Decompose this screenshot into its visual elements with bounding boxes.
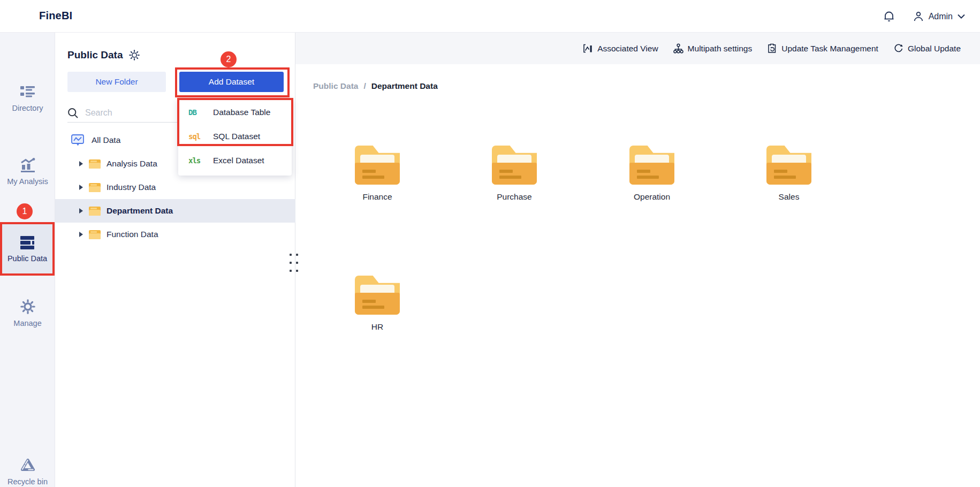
- tree-item-label: Analysis Data: [107, 159, 157, 169]
- panel-resize-handle[interactable]: [290, 254, 300, 275]
- folder-icon: [629, 146, 674, 185]
- caret-right-icon[interactable]: [79, 208, 83, 214]
- caret-right-icon[interactable]: [79, 161, 83, 166]
- sidebar-item-label: My Analysis: [7, 177, 48, 186]
- tree-item-department-data[interactable]: Department Data: [55, 199, 295, 223]
- sql-dataset-icon: sql: [188, 132, 206, 141]
- breadcrumb: Public Data / Department Data: [313, 81, 438, 91]
- analysis-chart-icon: [20, 157, 35, 173]
- sidebar-item-recycle-bin[interactable]: Recycle bin: [0, 457, 55, 486]
- toolbar-label: Global Update: [908, 44, 961, 54]
- folder-icon: [492, 146, 537, 185]
- search-input[interactable]: [85, 108, 192, 118]
- person-icon: [913, 11, 924, 22]
- dataset-toolbar: Associated View Multipath settings Updat…: [295, 33, 980, 64]
- toolbar-label: Multipath settings: [688, 44, 753, 54]
- menu-item-label: Excel Dataset: [213, 156, 264, 165]
- panel-title-row: Public Data: [67, 49, 140, 61]
- add-dataset-button[interactable]: Add Dataset: [179, 72, 284, 92]
- main-sidebar: Directory My Analysis: [0, 33, 55, 487]
- annotation-step-1-badge: 1: [17, 203, 33, 219]
- database-table-icon: DB: [188, 108, 206, 117]
- folder-name: HR: [335, 322, 420, 332]
- folder-name: Finance: [335, 192, 420, 202]
- associated-view-icon: [583, 43, 593, 54]
- search-icon: [67, 108, 79, 119]
- tree-item-industry-data[interactable]: Industry Data: [55, 176, 295, 199]
- caret-right-icon[interactable]: [79, 185, 83, 190]
- folder-name: Sales: [746, 192, 832, 202]
- menu-item-database-table[interactable]: DB Database Table: [178, 100, 292, 124]
- folder-icon: [89, 183, 101, 192]
- menu-item-sql-dataset[interactable]: sql SQL Dataset: [178, 124, 292, 148]
- manage-gear-icon: [20, 299, 35, 315]
- excel-dataset-icon: xls: [188, 156, 206, 165]
- recycle-bin-icon: [20, 457, 36, 473]
- public-data-stack-icon: [19, 235, 35, 250]
- main-content: Associated View Multipath settings Updat…: [295, 33, 980, 487]
- directory-icon: [20, 83, 35, 100]
- sidebar-item-directory[interactable]: Directory: [0, 83, 55, 112]
- sidebar-item-my-analysis[interactable]: My Analysis: [0, 157, 55, 186]
- folder-tile-hr[interactable]: HR: [335, 276, 420, 332]
- tree-item-label: Function Data: [107, 230, 158, 239]
- app-logo: FineBI: [39, 10, 72, 22]
- folder-icon: [89, 230, 101, 239]
- folder-icon: [355, 146, 400, 185]
- sidebar-item-label: Directory: [12, 104, 43, 112]
- header-actions: Admin: [883, 0, 965, 33]
- toolbar-label: Update Task Management: [781, 44, 878, 54]
- multipath-settings-button[interactable]: Multipath settings: [673, 43, 753, 54]
- folder-icon: [89, 207, 101, 216]
- all-data-monitor-icon: [71, 134, 85, 147]
- caret-right-icon[interactable]: [79, 232, 83, 237]
- new-folder-button[interactable]: New Folder: [67, 72, 166, 92]
- finebi-app: FineBI Admin: [0, 0, 980, 487]
- sidebar-item-public-data[interactable]: Public Data: [0, 222, 55, 276]
- panel-title: Public Data: [67, 49, 123, 61]
- top-header: FineBI Admin: [0, 0, 980, 33]
- sidebar-item-label: Public Data: [7, 254, 47, 263]
- notification-bell-icon[interactable]: [883, 11, 895, 22]
- add-dataset-menu: DB Database Table sql SQL Dataset xls Ex…: [178, 98, 292, 176]
- multipath-icon: [673, 43, 683, 54]
- folder-tile-sales[interactable]: Sales: [746, 146, 832, 202]
- sidebar-item-label: Manage: [13, 319, 41, 328]
- breadcrumb-parent[interactable]: Public Data: [313, 81, 358, 91]
- folder-tile-finance[interactable]: Finance: [335, 146, 420, 202]
- menu-item-excel-dataset[interactable]: xls Excel Dataset: [178, 148, 292, 172]
- update-task-icon: [767, 43, 777, 54]
- associated-view-button[interactable]: Associated View: [583, 43, 658, 54]
- folder-tile-operation[interactable]: Operation: [609, 146, 695, 202]
- toolbar-label: Associated View: [597, 44, 658, 54]
- tree-item-label: Department Data: [107, 206, 173, 216]
- folder-tile-purchase[interactable]: Purchase: [472, 146, 557, 202]
- menu-item-label: SQL Dataset: [213, 132, 260, 141]
- folder-icon: [355, 276, 400, 315]
- menu-item-label: Database Table: [213, 108, 270, 117]
- folder-name: Purchase: [472, 192, 557, 202]
- folder-icon: [766, 146, 811, 185]
- global-update-icon: [893, 43, 903, 54]
- tree-item-label: Industry Data: [107, 182, 156, 192]
- tree-item-label: All Data: [92, 135, 120, 145]
- sidebar-item-manage[interactable]: Manage: [0, 299, 55, 328]
- folder-name: Operation: [609, 192, 695, 202]
- breadcrumb-separator: /: [363, 81, 366, 91]
- user-menu[interactable]: Admin: [913, 11, 965, 22]
- annotation-step-2-badge: 2: [221, 51, 237, 67]
- sidebar-item-label: Recycle bin: [7, 477, 48, 486]
- breadcrumb-current: Department Data: [371, 81, 438, 91]
- folder-icon: [89, 159, 101, 169]
- user-name: Admin: [929, 12, 953, 21]
- panel-settings-gear-icon[interactable]: [129, 50, 140, 60]
- chevron-down-icon: [958, 14, 965, 19]
- global-update-button[interactable]: Global Update: [893, 43, 961, 54]
- update-task-management-button[interactable]: Update Task Management: [767, 43, 878, 54]
- tree-item-function-data[interactable]: Function Data: [55, 223, 295, 246]
